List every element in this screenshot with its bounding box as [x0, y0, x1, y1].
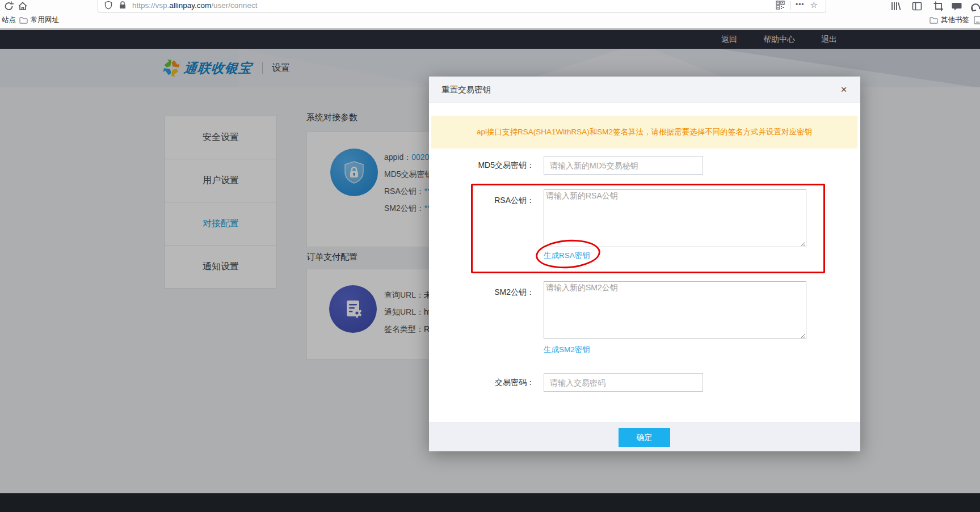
url-bar[interactable]: https://vsp.allinpay.com/user/connect ••… — [98, 0, 826, 12]
bookmark-other-folder[interactable]: 其他书签 — [929, 12, 969, 28]
bookmarks-bar: 站点 常用网址 其他书签 — [0, 12, 980, 28]
reload-icon[interactable] — [3, 1, 15, 12]
rsa-key-textarea[interactable] — [544, 189, 806, 247]
chat-bubble-icon[interactable] — [951, 1, 962, 12]
generate-rsa-link[interactable]: 生成RSA密钥 — [544, 251, 590, 261]
bookmark-star-icon[interactable]: ☆ — [810, 0, 818, 10]
bookmark-site-label: 站点 — [2, 15, 16, 25]
modal-footer: 确定 — [429, 422, 860, 451]
close-icon[interactable]: × — [838, 83, 850, 96]
home-icon[interactable] — [17, 1, 28, 12]
sidebar-toggle-icon[interactable] — [911, 1, 923, 12]
reset-key-modal: 重置交易密钥 × api接口支持RSA(SHA1WithRSA)和SM2签名算法… — [429, 77, 860, 451]
lock-icon[interactable] — [118, 1, 127, 10]
url-text[interactable]: https://vsp.allinpay.com/user/connect — [132, 1, 768, 10]
library-icon[interactable] — [890, 1, 901, 12]
page-actions-icon[interactable]: ••• — [796, 1, 805, 9]
folder-icon — [929, 16, 938, 24]
page-viewport: 返回 帮助中心 退出 通联收银宝 — [0, 28, 980, 512]
rsa-key-label: RSA公钥： — [429, 196, 535, 206]
modal-title: 重置交易密钥 — [429, 77, 860, 103]
browser-toolbar: https://vsp.allinpay.com/user/connect ••… — [0, 0, 980, 12]
urlbar-separator — [790, 1, 791, 10]
url-subdomain: vsp. — [155, 1, 170, 10]
sm2-key-label: SM2公钥： — [429, 287, 535, 298]
qr-code-icon[interactable] — [776, 1, 785, 10]
shield-icon[interactable] — [104, 1, 113, 10]
md5-key-input[interactable] — [544, 156, 703, 175]
url-path: /user/connect — [211, 1, 257, 10]
trade-password-label: 交易密码： — [429, 373, 535, 392]
bookmark-site[interactable]: 站点 — [2, 12, 16, 28]
screenshot-icon[interactable] — [933, 1, 944, 12]
folder-icon — [19, 16, 28, 24]
confirm-button[interactable]: 确定 — [619, 428, 670, 447]
generate-sm2-link[interactable]: 生成SM2密钥 — [544, 345, 590, 355]
screen: https://vsp.allinpay.com/user/connect ••… — [0, 0, 980, 512]
modal-warning: api接口支持RSA(SHA1WithRSA)和SM2签名算法，请根据需要选择不… — [431, 116, 857, 149]
sm2-key-textarea[interactable] — [544, 281, 806, 339]
bookmark-overflow-icon[interactable] — [974, 12, 980, 28]
url-scheme: https:// — [132, 1, 155, 10]
url-domain: allinpay.com — [169, 1, 211, 10]
bookmark-common-folder[interactable]: 常用网址 — [19, 12, 59, 28]
undo-arrow-icon[interactable] — [970, 1, 980, 12]
bookmark-other-label: 其他书签 — [941, 15, 969, 25]
md5-key-label: MD5交易密钥： — [429, 156, 535, 175]
bookmark-common-label: 常用网址 — [31, 15, 59, 25]
trade-password-input[interactable] — [544, 373, 703, 392]
